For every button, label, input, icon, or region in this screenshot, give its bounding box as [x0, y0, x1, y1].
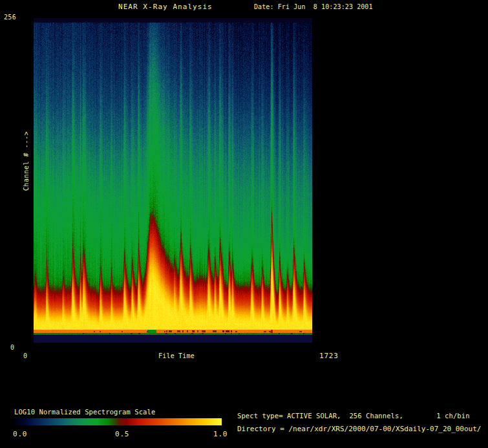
colorbar-tick-mid: 0.5 — [115, 430, 129, 438]
x-axis-title: File Time — [158, 352, 195, 359]
page-title: NEAR X-Ray Analysis — [118, 3, 213, 11]
x-axis-max-tick: 1723 — [319, 352, 339, 360]
spect-type-line: Spect type= ACTIVE SOLAR, 256 Channels, … — [237, 412, 470, 420]
date-label: Date: Fri Jun 8 10:23:23 2001 — [254, 3, 373, 10]
spectrogram-plot — [34, 18, 312, 343]
y-axis-min-tick: 0 — [10, 344, 14, 351]
colorbar-label: LOG10 Normalized Spectrogram Scale — [14, 408, 155, 416]
y-axis-title: Channel # ---> — [23, 131, 30, 191]
directory-line: Directory = /near/xdr/XRS/2000/07-00/XSd… — [237, 425, 482, 433]
x-axis-min-tick: 0 — [23, 352, 27, 359]
colorbar-tick-min: 0.0 — [13, 430, 27, 438]
colorbar — [14, 418, 222, 425]
colorbar-tick-max: 1.0 — [213, 430, 228, 438]
near-xray-analysis-window: NEAR X-Ray Analysis Date: Fri Jun 8 10:2… — [0, 0, 488, 448]
y-axis-max-tick: 256 — [4, 14, 16, 21]
